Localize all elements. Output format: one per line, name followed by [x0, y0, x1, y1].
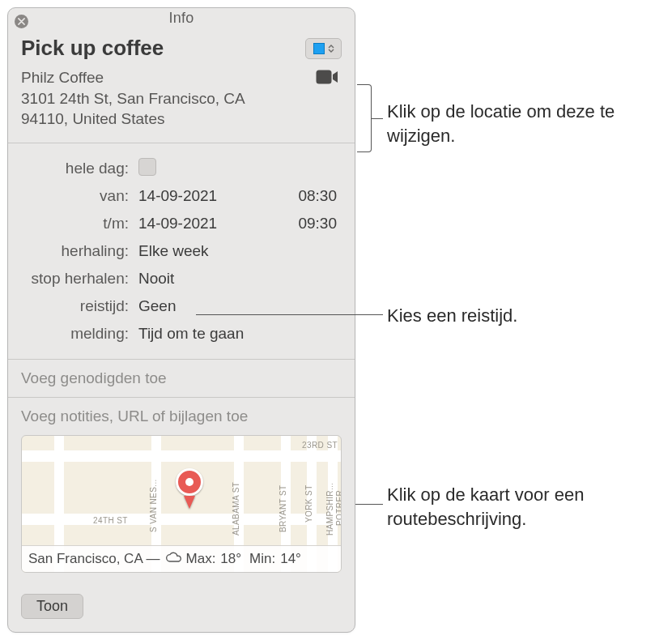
- travel-value[interactable]: Geen: [138, 297, 277, 315]
- annotation-text: Klik op de kaart voor een routebeschrijv…: [387, 483, 662, 531]
- map-street-label: POTRER...: [335, 482, 342, 526]
- label-travel: reistijd:: [21, 297, 138, 315]
- map-street-label: S VAN NES...: [149, 479, 158, 532]
- row-from: van: 14-09-2021 08:30: [21, 182, 342, 210]
- row-travel: reistijd: Geen: [21, 292, 342, 320]
- svg-rect-0: [317, 70, 332, 84]
- calendar-color-swatch: [313, 43, 325, 54]
- notes-section: Voeg notities, URL of bijlagen toe 23RD …: [8, 398, 355, 582]
- repeat-value[interactable]: Elke week: [138, 242, 277, 260]
- annotation-leader: [196, 314, 383, 315]
- label-all-day: hele dag:: [21, 160, 138, 177]
- annotation-bracket: [357, 84, 372, 152]
- calendar-picker[interactable]: [305, 38, 342, 59]
- invitees-field[interactable]: Voeg genodigden toe: [21, 369, 167, 386]
- map-preview[interactable]: 23RD ST 24TH ST S VAN NES... ALABAMA ST …: [21, 435, 342, 573]
- add-video-call-button[interactable]: [313, 67, 342, 87]
- row-alert: melding: Tijd om te gaan: [21, 320, 342, 348]
- map-city: San Francisco, CA —: [28, 551, 160, 567]
- map-road: [22, 450, 341, 462]
- annotation-leader: [355, 504, 383, 505]
- event-header: Pick up coffee Philz Coffee 3101 24th St…: [8, 28, 355, 143]
- popover-footer: Toon: [8, 582, 355, 632]
- map-footer: San Francisco, CA — Max:18° Min:14°: [22, 545, 341, 572]
- location-address: 3101 24th St, San Francisco, CA 94110, U…: [21, 88, 288, 130]
- annotation-text: Klik op de locatie om deze te wijzigen.: [387, 100, 662, 147]
- alert-value[interactable]: Tijd om te gaan: [138, 325, 277, 343]
- to-time[interactable]: 09:30: [277, 215, 342, 233]
- invitees-section: Voeg genodigden toe: [8, 360, 355, 398]
- close-button[interactable]: [15, 15, 28, 28]
- window-title: Info: [8, 10, 355, 27]
- map-road: [22, 514, 341, 525]
- map-pin-icon: [176, 468, 203, 509]
- map-street-label: 24TH ST: [93, 516, 128, 525]
- event-title-field[interactable]: Pick up coffee: [21, 36, 164, 61]
- map-street-label: ALABAMA ST: [232, 482, 240, 535]
- label-alert: melding:: [21, 325, 138, 343]
- row-stop-repeat: stop herhalen: Nooit: [21, 265, 342, 292]
- cloud-icon: [165, 551, 181, 567]
- label-repeat: herhaling:: [21, 242, 138, 260]
- show-button[interactable]: Toon: [21, 594, 83, 619]
- event-info-popover: Info Pick up coffee Philz Coffee 3101 24…: [7, 7, 355, 633]
- annotation-text: Kies een reistijd.: [387, 304, 662, 328]
- label-stop-repeat: stop herhalen:: [21, 270, 138, 288]
- window-titlebar: Info: [8, 8, 355, 28]
- row-to: t/m: 14-09-2021 09:30: [21, 210, 342, 237]
- videocam-icon: [316, 70, 338, 84]
- updown-chevrons-icon: [328, 45, 334, 53]
- event-location-field[interactable]: Philz Coffee 3101 24th St, San Francisco…: [21, 67, 288, 130]
- all-day-checkbox[interactable]: [138, 158, 156, 176]
- row-all-day: hele dag:: [21, 155, 342, 182]
- weather-high: 18°: [220, 551, 241, 567]
- close-icon: [18, 18, 25, 25]
- map-street-label: YORK ST: [304, 484, 313, 523]
- label-to: t/m:: [21, 215, 138, 233]
- event-details: hele dag: van: 14-09-2021 08:30 t/m: 14-…: [8, 143, 355, 360]
- row-repeat: herhaling: Elke week: [21, 237, 342, 265]
- annotation-leader: [372, 118, 383, 119]
- from-date[interactable]: 14-09-2021: [138, 187, 277, 205]
- label-from: van:: [21, 187, 138, 205]
- to-date[interactable]: 14-09-2021: [138, 215, 277, 233]
- weather-low-label: Min:: [249, 551, 275, 567]
- map-street-label: BRYANT ST: [279, 484, 287, 532]
- from-time[interactable]: 08:30: [277, 187, 342, 205]
- weather-low: 14°: [280, 551, 301, 567]
- map-street-label: HAMPSHIR...: [325, 482, 334, 535]
- notes-field[interactable]: Voeg notities, URL of bijlagen toe: [21, 407, 342, 425]
- location-name: Philz Coffee: [21, 67, 288, 88]
- map-street-label: 23RD ST: [302, 441, 338, 450]
- stop-repeat-value[interactable]: Nooit: [138, 270, 277, 288]
- weather-high-label: Max:: [186, 551, 216, 567]
